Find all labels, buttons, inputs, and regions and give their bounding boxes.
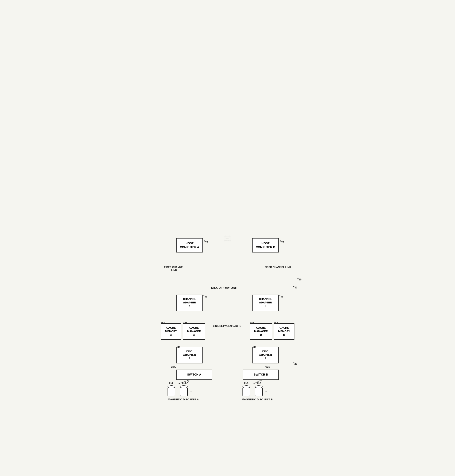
da-a-ref: ⌝34: [176, 345, 180, 348]
disc-ref-a-2: 21A: [182, 382, 187, 385]
cache-manager-a: CACHE MANAGER A: [183, 323, 205, 340]
disc-cylinder-2a: [180, 386, 188, 396]
ref-10: ⌝10: [297, 278, 301, 281]
ca-b-ref: ⌝31: [279, 295, 283, 298]
switch-b-ref: ⌝22B: [264, 365, 270, 368]
switch-b: SWITCH B: [243, 369, 279, 380]
host-b-ref: ⌝40: [280, 240, 284, 243]
disc-adapter-b: DISC ADAPTER B: [252, 347, 279, 363]
switch-a-ref: ⌝22A: [170, 365, 176, 368]
ellipsis-b: ...: [264, 389, 267, 393]
disc-array-unit-label: DISC ARRAY UNIT: [211, 286, 238, 289]
disc-adapter-a: DISC ADAPTER A: [176, 347, 203, 363]
disc-unit-a-label: MAGNETIC DISC UNIT A: [162, 398, 205, 401]
disc-cylinder-1a: [168, 386, 175, 396]
disc-ref-a-1: 21A: [169, 382, 173, 385]
svg-rect-2: [224, 240, 231, 242]
diagram-container: HOST COMPUTER A ⌝40 HOST COMPUTER B ⌝40 …: [149, 234, 306, 242]
ellipsis-a: ...: [189, 389, 192, 393]
svg-line-19: [229, 240, 229, 240]
svg-rect-0: [224, 236, 231, 242]
svg-rect-1: [224, 236, 231, 240]
switch-a: SWITCH A: [176, 369, 212, 380]
host-computer-b: HOST COMPUTER B: [252, 238, 279, 253]
link-between-cache: LINK BETWEEN CACHE: [213, 324, 242, 328]
ref-30: ⌝30: [293, 286, 297, 289]
fiber-channel-link-right: FIBER CHANNEL LINK: [264, 266, 291, 269]
disc-ref-b-1: 21B: [244, 382, 248, 385]
da-b-ref: ⌝34: [252, 345, 256, 348]
svg-line-18: [226, 240, 229, 240]
cm-manager-b-ref: ⌝33: [250, 322, 254, 325]
cm-manager-a-ref: ⌝33: [183, 322, 187, 325]
channel-adapter-a: CHANNEL ADAPTER A: [176, 295, 203, 311]
host-a-ref: ⌝40: [204, 240, 208, 243]
cm-b-ref: ⌝32: [274, 322, 278, 325]
fiber-channel-link-left: FIBER CHANNEL LINK: [162, 266, 187, 271]
disc-unit-b-label: MAGNETIC DISC UNIT B: [236, 398, 279, 401]
cache-manager-b: CACHE MANAGER B: [250, 323, 272, 340]
disc-cylinder-2b: [255, 386, 263, 396]
ca-a-ref: ⌝31: [203, 295, 207, 298]
cache-memory-b: CACHE MEMORY B: [274, 323, 294, 340]
host-computer-a: HOST COMPUTER A: [176, 238, 203, 253]
cm-a-ref: ⌝32: [161, 322, 165, 325]
svg-line-16: [226, 240, 226, 240]
disc-ref-b-2: 21B: [257, 382, 261, 385]
cache-memory-a: CACHE MEMORY A: [161, 323, 181, 340]
ref-20: ⌝20: [293, 362, 297, 365]
svg-line-17: [226, 240, 229, 240]
channel-adapter-b: CHANNEL ADAPTER B: [252, 295, 279, 311]
disc-cylinder-1b: [243, 386, 250, 396]
